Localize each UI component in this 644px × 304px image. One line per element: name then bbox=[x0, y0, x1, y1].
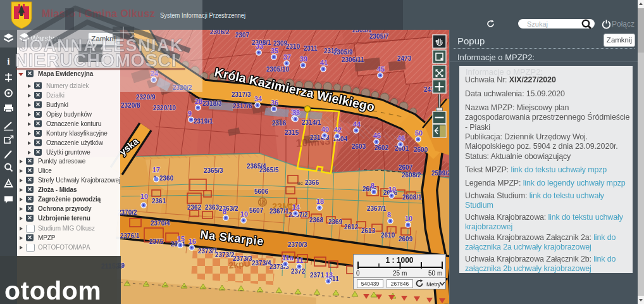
svg-text:8: 8 bbox=[387, 211, 391, 218]
svg-text:17: 17 bbox=[152, 166, 160, 174]
svg-text:2610: 2610 bbox=[381, 232, 395, 239]
svg-text:2602: 2602 bbox=[375, 144, 389, 151]
svg-text:Bc: Bc bbox=[297, 180, 303, 186]
svg-text:2608/1: 2608/1 bbox=[402, 194, 422, 201]
svg-text:2599/2: 2599/2 bbox=[431, 170, 449, 177]
svg-text:2370/3: 2370/3 bbox=[288, 241, 307, 248]
svg-text:14: 14 bbox=[292, 203, 300, 211]
svg-text:2608/2: 2608/2 bbox=[402, 172, 421, 179]
svg-text:44: 44 bbox=[353, 120, 361, 128]
svg-text:11a: 11a bbox=[282, 254, 294, 262]
svg-text:2369: 2369 bbox=[328, 218, 343, 225]
svg-text:2367/1: 2367/1 bbox=[269, 208, 289, 215]
svg-text:2600: 2600 bbox=[414, 146, 428, 153]
svg-text:2363/2: 2363/2 bbox=[219, 205, 238, 212]
svg-text:8: 8 bbox=[223, 208, 226, 215]
svg-text:2314/1: 2314/1 bbox=[302, 119, 321, 126]
svg-text:NIERUCHOMOŚCI: NIERUCHOMOŚCI bbox=[15, 49, 176, 70]
svg-text:2603: 2603 bbox=[352, 143, 366, 150]
svg-text:10: 10 bbox=[388, 186, 396, 193]
svg-text:5606: 5606 bbox=[254, 188, 269, 195]
svg-text:2365/3: 2365/3 bbox=[204, 167, 223, 174]
svg-text:15: 15 bbox=[177, 235, 185, 243]
svg-text:2363: 2363 bbox=[205, 204, 220, 211]
svg-text:46: 46 bbox=[397, 134, 405, 142]
svg-text:2613: 2613 bbox=[361, 227, 376, 234]
svg-text:2373/2: 2373/2 bbox=[215, 251, 235, 258]
svg-text:2375: 2375 bbox=[149, 238, 164, 245]
svg-text:16: 16 bbox=[189, 238, 196, 245]
svg-text:13: 13 bbox=[325, 271, 333, 279]
svg-text:2612: 2612 bbox=[344, 224, 359, 231]
svg-text:2370/4: 2370/4 bbox=[151, 220, 170, 227]
svg-text:2316: 2316 bbox=[272, 120, 287, 127]
svg-text:2365/5: 2365/5 bbox=[259, 167, 279, 174]
svg-text:2362: 2362 bbox=[187, 204, 202, 211]
svg-text:10: 10 bbox=[240, 210, 248, 218]
svg-text:2319/1: 2319/1 bbox=[194, 118, 213, 125]
svg-text:2360: 2360 bbox=[159, 175, 174, 182]
svg-text:2361: 2361 bbox=[152, 198, 166, 205]
svg-text:2370/2: 2370/2 bbox=[118, 209, 137, 216]
svg-text:2366: 2366 bbox=[305, 179, 319, 186]
svg-text:2373/3: 2373/3 bbox=[233, 255, 252, 262]
svg-text:42: 42 bbox=[334, 126, 342, 134]
svg-text:10: 10 bbox=[405, 215, 412, 222]
svg-text:2371: 2371 bbox=[310, 272, 325, 279]
svg-text:2607: 2607 bbox=[399, 164, 413, 171]
svg-text:2367/1: 2367/1 bbox=[367, 205, 387, 212]
svg-text:2373/4: 2373/4 bbox=[252, 260, 271, 267]
svg-text:8: 8 bbox=[371, 182, 375, 189]
svg-text:18: 18 bbox=[316, 198, 324, 205]
svg-text:11: 11 bbox=[296, 256, 304, 264]
svg-text:50: 50 bbox=[415, 129, 423, 137]
svg-text:46: 46 bbox=[373, 132, 381, 139]
svg-text:2315: 2315 bbox=[285, 129, 299, 136]
svg-text:40: 40 bbox=[321, 125, 329, 133]
svg-text:2376/1: 2376/1 bbox=[120, 232, 140, 239]
svg-text:5607: 5607 bbox=[249, 207, 264, 214]
svg-text:18: 18 bbox=[259, 199, 266, 206]
svg-text:2368: 2368 bbox=[309, 217, 324, 224]
svg-text:10: 10 bbox=[140, 193, 148, 200]
svg-text:2609: 2609 bbox=[399, 236, 413, 243]
